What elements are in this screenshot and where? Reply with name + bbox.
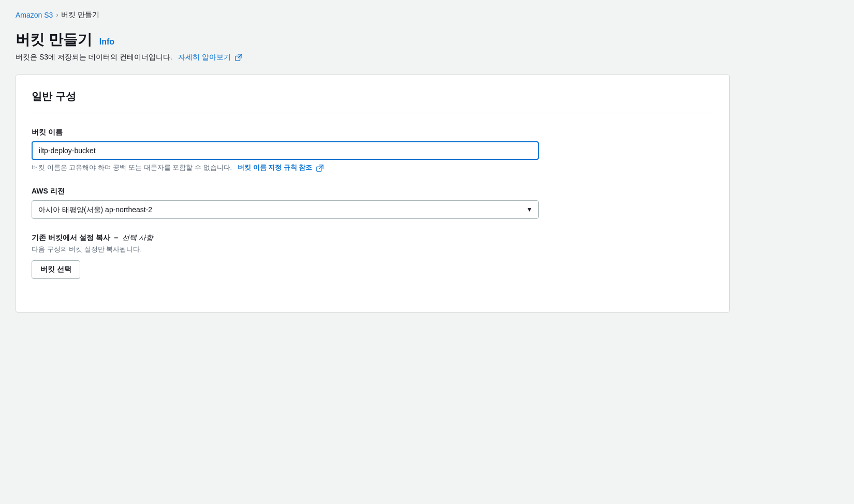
page-description: 버킷은 S3에 저장되는 데이터의 컨테이너입니다. 자세히 알아보기 bbox=[16, 53, 838, 62]
copy-settings-group: 기존 버킷에서 설정 복사 – 선택 사항 다음 구성의 버킷 설정만 복사됩니… bbox=[32, 233, 714, 279]
copy-settings-subtitle: 다음 구성의 버킷 설정만 복사됩니다. bbox=[32, 245, 714, 254]
copy-settings-optional: 선택 사항 bbox=[122, 233, 153, 242]
bucket-name-label: 버킷 이름 bbox=[32, 128, 714, 137]
section-title: 일반 구성 bbox=[32, 90, 714, 112]
bucket-name-group: 버킷 이름 버킷 이름은 고유해야 하며 공백 또는 대문자를 포함할 수 없습… bbox=[32, 128, 714, 172]
region-select-wrapper: 아시아 태평양(서울) ap-northeast-2 미국 동부(버지니아 북부… bbox=[32, 200, 539, 219]
breadcrumb: Amazon S3 › 버킷 만들기 bbox=[16, 10, 838, 20]
breadcrumb-current: 버킷 만들기 bbox=[61, 10, 99, 20]
page-header: 버킷 만들기 Info bbox=[16, 30, 838, 50]
external-link-icon bbox=[235, 54, 242, 61]
bucket-name-hint: 버킷 이름은 고유해야 하며 공백 또는 대문자를 포함할 수 없습니다. 버킷… bbox=[32, 163, 714, 172]
breadcrumb-parent-link[interactable]: Amazon S3 bbox=[16, 11, 53, 19]
bucket-name-rule-link[interactable]: 버킷 이름 지정 규칙 참조 bbox=[238, 164, 312, 171]
info-link[interactable]: Info bbox=[99, 37, 114, 47]
aws-region-group: AWS 리전 아시아 태평양(서울) ap-northeast-2 미국 동부(… bbox=[32, 187, 714, 219]
description-text: 버킷은 S3에 저장되는 데이터의 컨테이너입니다. bbox=[16, 53, 172, 61]
form-section: 버킷 이름 버킷 이름은 고유해야 하며 공백 또는 대문자를 포함할 수 없습… bbox=[32, 123, 714, 279]
page-title: 버킷 만들기 bbox=[16, 30, 92, 50]
bucket-rule-external-icon bbox=[316, 165, 323, 172]
learn-more-link[interactable]: 자세히 알아보기 bbox=[178, 53, 231, 61]
copy-settings-label: 기존 버킷에서 설정 복사 – 선택 사항 bbox=[32, 233, 714, 243]
bucket-name-input[interactable] bbox=[32, 141, 539, 160]
breadcrumb-separator: › bbox=[56, 11, 58, 19]
aws-region-select[interactable]: 아시아 태평양(서울) ap-northeast-2 미국 동부(버지니아 북부… bbox=[32, 200, 539, 219]
aws-region-label: AWS 리전 bbox=[32, 187, 714, 196]
general-config-card: 일반 구성 버킷 이름 버킷 이름은 고유해야 하며 공백 또는 대문자를 포함… bbox=[16, 75, 730, 313]
choose-bucket-button[interactable]: 버킷 선택 bbox=[32, 260, 80, 279]
